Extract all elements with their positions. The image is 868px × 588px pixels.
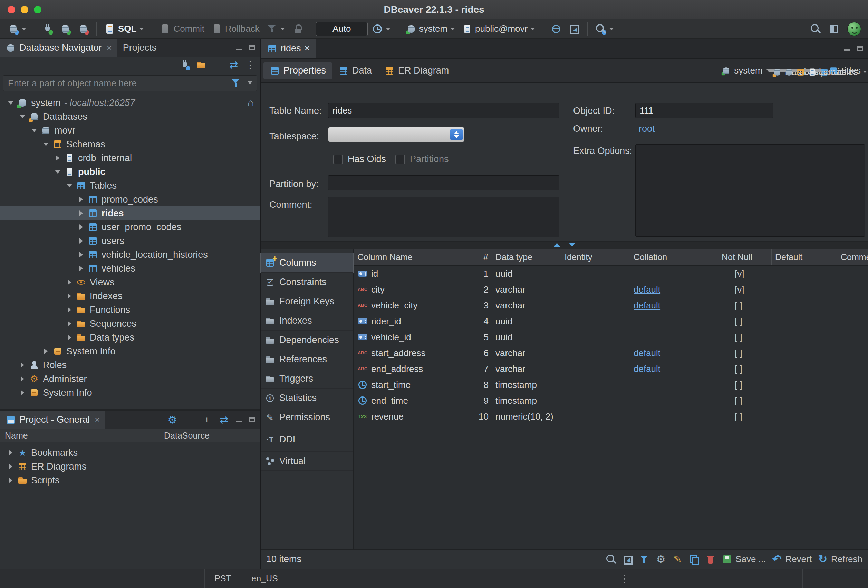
minimize-view-icon[interactable] [236,44,243,52]
grid-column-header[interactable]: Identity [561,249,630,265]
table-row[interactable]: start_time 8 timestamp [ ] [354,377,868,393]
edit-icon[interactable] [672,554,683,565]
expand-arrow-icon[interactable] [76,197,86,202]
tree-item[interactable]: system - localhost:26257 [0,96,260,110]
expand-arrow-icon[interactable] [6,450,16,455]
table-row[interactable]: end_address 7 varchar default [ ] [354,361,868,377]
tree-item[interactable]: Roles [0,358,260,372]
object-editor-section-tab[interactable]: Constraints [261,273,353,292]
transaction-log-button[interactable] [264,21,288,37]
commit-button[interactable]: Commit [157,21,207,37]
table-row[interactable]: city 2 varchar default [v] [354,281,868,298]
splitter-handle[interactable] [554,243,575,247]
toggle-panel-icon[interactable] [829,24,840,34]
has-oids-checkbox[interactable] [333,155,343,164]
reconnect-button[interactable] [57,21,74,37]
new-folder-icon[interactable] [196,60,206,70]
tab-rides-editor[interactable]: rides × [261,39,316,58]
table-row[interactable]: vehicle_city 3 varchar default [ ] [354,298,868,313]
filter-funnel-icon[interactable] [230,78,241,89]
tab-projects[interactable]: Projects [117,39,162,57]
tree-item[interactable]: System Info [0,344,260,358]
breadcrumb-item[interactable]: system [718,65,765,76]
expand-arrow-icon[interactable] [6,477,16,483]
collation-cell[interactable]: default [630,345,718,361]
tree-item[interactable]: Indexes [0,289,260,303]
table-row[interactable]: start_address 6 varchar default [ ] [354,345,868,361]
zoom-window-button[interactable] [34,6,41,13]
lock-button[interactable] [289,21,306,37]
expand-arrow-icon[interactable] [76,252,86,258]
grid-search-icon[interactable] [605,554,617,565]
new-connection-button[interactable] [5,21,29,37]
save-button[interactable]: Save ... [722,554,766,565]
grid-filter-icon[interactable] [639,554,650,565]
collapse-up-icon[interactable] [554,243,560,247]
datasource-column-header[interactable]: DataSource [160,431,210,441]
sql-editor-button[interactable]: SQL [102,21,147,37]
delete-icon[interactable] [705,554,716,565]
editor-subtab[interactable]: Data [332,62,378,79]
object-editor-section-tab[interactable]: Indexes [261,311,353,330]
tree-item[interactable]: crdb_internal [0,151,260,165]
expand-arrow-icon[interactable] [64,307,75,312]
grid-column-header[interactable]: # [430,249,492,265]
new-connection-icon[interactable] [179,59,190,71]
network-button[interactable] [548,21,564,37]
collation-cell[interactable] [630,377,718,393]
grid-column-header[interactable]: Data type [492,249,561,265]
close-window-button[interactable] [7,6,15,13]
table-row[interactable]: vehicle_id 5 uuid [ ] [354,329,868,345]
tree-item[interactable]: users [0,234,260,248]
expand-arrow-icon[interactable] [76,224,86,230]
maximize-view-icon[interactable] [249,417,255,422]
view-menu-icon[interactable]: ⋮ [245,59,256,71]
collapse-all-icon[interactable]: − [212,59,223,71]
locale-indicator[interactable]: en_US [241,569,288,588]
grid-column-header[interactable]: Collation [630,249,718,265]
object-editor-section-tab[interactable]: Foreign Keys [261,292,353,311]
object-search-button[interactable] [592,21,617,37]
expand-arrow-icon[interactable] [76,266,86,271]
tree-item[interactable]: movr [0,124,260,137]
grid-settings-icon[interactable] [655,554,666,565]
grid-export-icon[interactable] [622,554,633,565]
object-editor-section-tab[interactable]: Virtual [261,451,353,471]
object-editor-section-tab[interactable]: Statistics [261,389,353,408]
timezone-indicator[interactable]: PST [204,569,241,588]
expand-arrow-icon[interactable] [6,101,16,105]
tree-item[interactable]: Scripts [0,473,260,487]
close-icon[interactable]: × [107,43,112,53]
object-filter-input[interactable] [3,75,257,91]
tree-item[interactable]: Sequences [0,317,260,330]
tree-item[interactable]: Databases [0,110,260,124]
active-connection-select[interactable]: system [403,21,458,37]
disconnect-button[interactable] [75,21,92,37]
expand-arrow-icon[interactable] [64,293,75,299]
revert-button[interactable]: Revert [771,554,812,565]
tree-item[interactable]: rides [0,206,260,220]
expand-arrow-icon[interactable] [53,170,63,174]
tree-item[interactable]: Data types [0,330,260,344]
tree-item[interactable]: System Info [0,386,260,399]
expand-arrow-icon[interactable] [41,349,51,354]
collation-cell[interactable] [630,266,718,281]
collation-cell[interactable]: default [630,361,718,377]
grid-column-header[interactable]: Default [772,249,837,265]
maximize-view-icon[interactable] [249,45,255,50]
transaction-history-button[interactable] [369,21,393,37]
expand-arrow-icon[interactable] [41,143,51,146]
object-editor-section-tab[interactable]: DDL [261,430,353,449]
expand-arrow-icon[interactable] [29,129,39,132]
drag-handle-icon[interactable]: ⋮ [619,572,630,585]
tree-item[interactable]: Views [0,276,260,289]
table-name-field[interactable] [328,103,559,118]
object-editor-section-tab[interactable]: Columns [261,253,353,273]
minimize-view-icon[interactable] [236,417,243,423]
expand-arrow-icon[interactable] [64,335,75,340]
tablespace-select[interactable] [328,127,464,142]
expand-arrow-icon[interactable] [64,321,75,326]
active-database-select[interactable]: public@movr [459,21,538,37]
collation-cell[interactable]: default [630,281,718,298]
expand-arrow-icon[interactable] [17,115,28,118]
